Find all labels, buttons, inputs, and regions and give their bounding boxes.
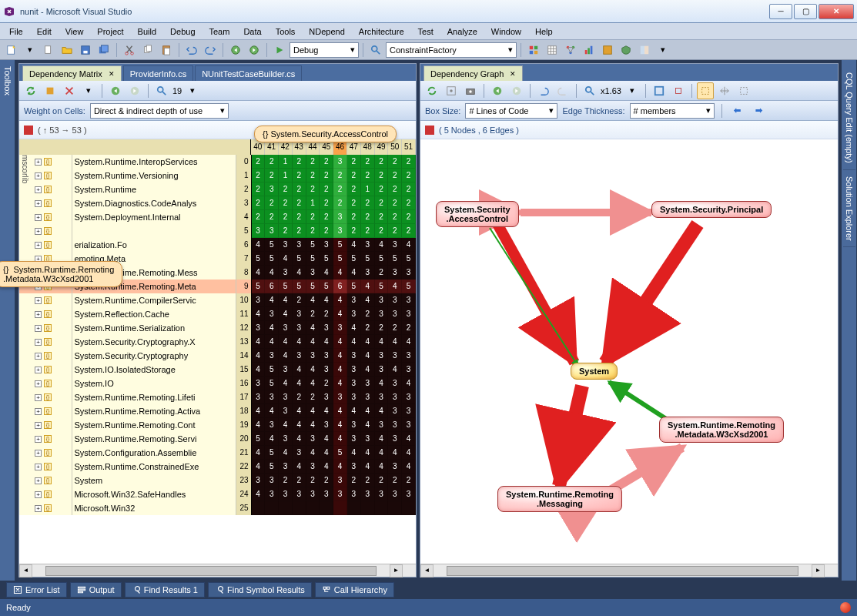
menu-view[interactable]: View (59, 25, 90, 38)
matrix-row[interactable]: +{}System.Runtime.InteropServices0221222… (19, 155, 416, 169)
matrix-cell[interactable]: 2 (293, 293, 306, 307)
find-in-files-button[interactable] (367, 42, 384, 59)
matrix-cell[interactable] (293, 501, 306, 515)
matrix-cell[interactable]: 2 (375, 474, 389, 487)
matrix-cell[interactable]: 1 (361, 182, 375, 196)
matrix-cell[interactable]: 2 (361, 224, 375, 238)
matrix-cell[interactable]: 3 (265, 418, 279, 432)
matrix-cell[interactable]: 3 (279, 363, 293, 377)
matrix-cell[interactable]: 2 (252, 196, 266, 210)
matrix-cell[interactable]: 4 (252, 335, 266, 349)
menu-tools[interactable]: Tools (269, 25, 302, 38)
matrix-cell[interactable]: 5 (361, 252, 375, 266)
matrix-cell[interactable]: 4 (265, 432, 279, 446)
save-button[interactable] (77, 42, 94, 59)
matrix-cell[interactable]: 2 (279, 474, 293, 487)
matrix-cell[interactable]: 3 (361, 390, 375, 404)
matrix-cell[interactable]: 3 (279, 404, 293, 418)
new-file-button[interactable] (40, 42, 57, 59)
matrix-cell[interactable]: 4 (252, 363, 266, 377)
matrix-cell[interactable]: 2 (265, 155, 279, 169)
matrix-cell[interactable] (306, 501, 320, 515)
matrix-cell[interactable]: 2 (320, 474, 333, 487)
menu-test[interactable]: Test (412, 25, 440, 38)
matrix-cell[interactable]: 2 (320, 155, 333, 169)
matrix-cell[interactable]: 3 (388, 460, 402, 474)
matrix-cell[interactable]: 4 (279, 446, 293, 460)
node-principal[interactable]: System.Security.Principal (651, 201, 772, 218)
matrix-cell[interactable]: 2 (320, 307, 333, 321)
matrix-cell[interactable]: 2 (347, 474, 361, 487)
matrix-cell[interactable] (347, 501, 361, 515)
matrix-cell[interactable]: 4 (293, 432, 306, 446)
matrix-cell[interactable]: 3 (333, 224, 347, 238)
ndepend-rules-button[interactable] (618, 42, 634, 59)
matrix-cell[interactable]: 3 (347, 363, 361, 377)
matrix-cell[interactable]: 3 (375, 418, 389, 432)
tree-expander[interactable]: +{} (19, 307, 72, 321)
matrix-cell[interactable]: 5 (402, 252, 416, 266)
ndepend-metrics-button[interactable] (581, 42, 598, 59)
matrix-cell[interactable]: 2 (279, 182, 293, 196)
node-w3cxsd[interactable]: System.Runtime.Remoting .Metadata.W3cXsd… (659, 417, 784, 443)
matrix-cell[interactable]: 4 (388, 363, 402, 377)
matrix-cell[interactable]: 5 (306, 252, 320, 266)
graph-zoom-dropdown[interactable]: ▾ (624, 82, 641, 99)
matrix-cell[interactable]: 2 (361, 321, 375, 335)
matrix-cell[interactable]: 4 (306, 404, 320, 418)
bottom-tab-error-list[interactable]: Error List (6, 582, 67, 598)
node-messaging[interactable]: System.Runtime.Remoting .Messaging (497, 486, 622, 512)
matrix-cell[interactable]: 2 (402, 182, 416, 196)
matrix-body[interactable]: +{}System.Runtime.InteropServices0221222… (19, 155, 416, 564)
graph-marquee-button[interactable] (735, 82, 752, 99)
matrix-cell[interactable]: 5 (265, 363, 279, 377)
tree-expander[interactable]: +{} (19, 404, 72, 418)
matrix-cell[interactable]: 3 (347, 418, 361, 432)
graph-back-button[interactable] (489, 82, 506, 99)
tree-expander[interactable]: +{} (19, 363, 72, 377)
matrix-cell[interactable]: 4 (402, 238, 416, 252)
matrix-cell[interactable]: 4 (265, 266, 279, 280)
graph-select-button[interactable] (697, 82, 714, 99)
matrix-row[interactable]: +{}System.Runtime.Remoting.Activa1844344… (19, 404, 416, 418)
matrix-row[interactable]: +{}System.Configuration.Assemblie2145434… (19, 446, 416, 460)
matrix-cell[interactable]: 3 (306, 432, 320, 446)
matrix-cell[interactable]: 2 (375, 169, 389, 182)
matrix-cell[interactable]: 4 (306, 418, 320, 432)
bottom-tab-output[interactable]: Output (70, 582, 122, 598)
menu-architecture[interactable]: Architecture (353, 25, 410, 38)
matrix-cell[interactable]: 2 (388, 169, 402, 182)
find-combo[interactable]: ConstraintFactory▾ (386, 42, 517, 58)
matrix-cell[interactable]: 2 (293, 474, 306, 487)
matrix-cell[interactable]: 3 (388, 238, 402, 252)
matrix-cell[interactable]: 4 (333, 349, 347, 363)
toolbox-sidetab[interactable]: Toolbox (0, 60, 15, 581)
matrix-cell[interactable]: 3 (252, 321, 266, 335)
tree-expander[interactable]: +{} (19, 210, 72, 224)
matrix-cell[interactable]: 3 (388, 432, 402, 446)
matrix-cell[interactable]: 3 (347, 432, 361, 446)
matrix-cell[interactable]: 2 (375, 266, 389, 280)
matrix-row[interactable]: +{}System.Runtime.Remoting.Cont194344434… (19, 418, 416, 432)
matrix-cell[interactable]: 3 (265, 182, 279, 196)
matrix-cell[interactable]: 2 (361, 307, 375, 321)
matrix-cell[interactable]: 2 (320, 224, 333, 238)
add-item-button[interactable]: ▾ (22, 42, 38, 59)
matrix-cell[interactable]: 4 (320, 460, 333, 474)
tree-expander[interactable]: +{} (19, 501, 72, 515)
matrix-cell[interactable]: 4 (252, 404, 266, 418)
check-icon[interactable] (24, 126, 33, 135)
matrix-cell[interactable]: 2 (306, 169, 320, 182)
matrix-cell[interactable]: 3 (388, 266, 402, 280)
matrix-cell[interactable]: 4 (361, 418, 375, 432)
matrix-cell[interactable]: 2 (265, 196, 279, 210)
graph-hscroll[interactable]: ◄► (420, 564, 838, 577)
matrix-cell[interactable]: 3 (388, 404, 402, 418)
matrix-cell[interactable]: 3 (252, 224, 266, 238)
matrix-cell[interactable]: 4 (306, 321, 320, 335)
matrix-cell[interactable]: 3 (320, 363, 333, 377)
matrix-cell[interactable]: 3 (306, 487, 320, 501)
matrix-row[interactable]: +{}erialization.Fo6453353543434 (19, 238, 416, 252)
matrix-cell[interactable]: 4 (293, 266, 306, 280)
matrix-cell[interactable]: 3 (320, 238, 333, 252)
